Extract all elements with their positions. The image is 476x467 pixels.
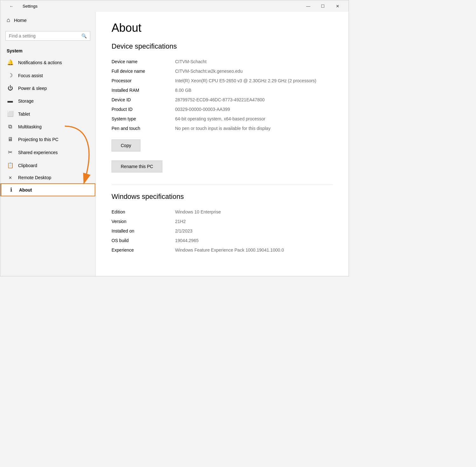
tablet-icon: ⬜ xyxy=(7,111,14,117)
back-button[interactable]: ← xyxy=(4,1,19,11)
sidebar-item-label: Multitasking xyxy=(18,124,42,129)
sidebar-section-title: System xyxy=(0,46,95,56)
table-row: Product ID 00329-00000-00003-AA399 xyxy=(112,105,333,114)
divider xyxy=(112,185,333,185)
spec-value: 8.00 GB xyxy=(175,85,333,95)
spec-value: Windows Feature Experience Pack 1000.190… xyxy=(175,245,333,255)
spec-value: 64-bit operating system, x64-based proce… xyxy=(175,114,333,124)
search-input[interactable] xyxy=(9,33,79,38)
minimize-button[interactable]: — xyxy=(301,1,316,11)
home-icon: ⌂ xyxy=(7,17,10,24)
sidebar-item-remote[interactable]: ✕ Remote Desktop xyxy=(0,172,95,183)
table-row: OS build 19044.2965 xyxy=(112,236,333,245)
spec-label: Pen and touch xyxy=(112,124,175,133)
spec-value: Windows 10 Enterprise xyxy=(175,207,333,217)
power-icon: ⏻ xyxy=(7,85,14,91)
spec-label: Device ID xyxy=(112,95,175,105)
spec-value: CITVM-Schacht.w2k.geneseo.edu xyxy=(175,66,333,76)
projecting-icon: 🖥 xyxy=(7,136,14,143)
spec-label: Experience xyxy=(112,245,175,255)
notifications-icon: 🔔 xyxy=(7,59,14,66)
sidebar-item-focus[interactable]: ☽ Focus assist xyxy=(0,69,95,82)
spec-value: No pen or touch input is available for t… xyxy=(175,124,333,133)
sidebar-item-tablet[interactable]: ⬜ Tablet xyxy=(0,107,95,120)
windows-specs-table: Edition Windows 10 Enterprise Version 21… xyxy=(112,207,333,255)
main-content: About Device specifications Device name … xyxy=(96,12,349,276)
sidebar-item-label: Shared experiences xyxy=(18,150,58,155)
sidebar-item-storage[interactable]: ▬ Storage xyxy=(0,95,95,107)
sidebar-item-projecting[interactable]: 🖥 Projecting to this PC xyxy=(0,133,95,146)
title-bar-title: Settings xyxy=(23,4,37,9)
table-row: Device ID 28799752-ECD9-46DC-8773-49221E… xyxy=(112,95,333,105)
clipboard-icon: 📋 xyxy=(7,162,14,169)
table-row: Installed on 2/1/2023 xyxy=(112,226,333,236)
title-bar: ← Settings — ☐ ✕ xyxy=(0,0,349,12)
window-controls: — ☐ ✕ xyxy=(301,1,345,11)
multitasking-icon: ⧉ xyxy=(7,124,14,130)
close-button[interactable]: ✕ xyxy=(330,1,345,11)
spec-label: Edition xyxy=(112,207,175,217)
sidebar-item-about[interactable]: ℹ About xyxy=(0,183,95,196)
spec-value: 00329-00000-00003-AA399 xyxy=(175,105,333,114)
device-specs-table: Device name CITVM-Schacht Full device na… xyxy=(112,57,333,133)
spec-label: Processor xyxy=(112,76,175,85)
spec-label: OS build xyxy=(112,236,175,245)
search-icon: 🔍 xyxy=(81,33,87,38)
sidebar-item-clipboard[interactable]: 📋 Clipboard xyxy=(0,159,95,172)
spec-label: Version xyxy=(112,217,175,226)
maximize-button[interactable]: ☐ xyxy=(316,1,330,11)
shared-icon: ✂ xyxy=(7,149,14,156)
sidebar-item-label: Power & sleep xyxy=(18,86,47,91)
table-row: Pen and touch No pen or touch input is a… xyxy=(112,124,333,133)
home-label: Home xyxy=(14,17,27,23)
spec-label: Installed on xyxy=(112,226,175,236)
windows-section-title: Windows specifications xyxy=(112,193,333,201)
rename-pc-button[interactable]: Rename this PC xyxy=(112,160,162,173)
spec-label: Full device name xyxy=(112,66,175,76)
sidebar-item-label: Remote Desktop xyxy=(18,175,51,180)
sidebar-item-notifications[interactable]: 🔔 Notifications & actions xyxy=(0,56,95,69)
copy-button[interactable]: Copy xyxy=(112,139,140,152)
spec-value: CITVM-Schacht xyxy=(175,57,333,66)
table-row: Edition Windows 10 Enterprise xyxy=(112,207,333,217)
spec-label: System type xyxy=(112,114,175,124)
sidebar-item-label: Storage xyxy=(18,98,34,104)
sidebar-item-label: Tablet xyxy=(18,112,30,117)
sidebar-item-label: Projecting to this PC xyxy=(18,137,58,142)
spec-label: Product ID xyxy=(112,105,175,114)
app-body: ⌂ Home 🔍 System 🔔 Notifications & action… xyxy=(0,12,349,276)
page-title: About xyxy=(112,21,333,35)
spec-value: 21H2 xyxy=(175,217,333,226)
sidebar-item-home[interactable]: ⌂ Home xyxy=(0,12,95,29)
table-row: Device name CITVM-Schacht xyxy=(112,57,333,66)
storage-icon: ▬ xyxy=(7,98,14,104)
sidebar-item-label: About xyxy=(19,187,32,193)
spec-value: 2/1/2023 xyxy=(175,226,333,236)
table-row: Version 21H2 xyxy=(112,217,333,226)
table-row: System type 64-bit operating system, x64… xyxy=(112,114,333,124)
sidebar-search-box[interactable]: 🔍 xyxy=(5,31,90,41)
remote-icon: ✕ xyxy=(7,175,14,180)
sidebar-item-multitasking[interactable]: ⧉ Multitasking xyxy=(0,120,95,133)
table-row: Installed RAM 8.00 GB xyxy=(112,85,333,95)
spec-value: 28799752-ECD9-46DC-8773-49221EA47800 xyxy=(175,95,333,105)
spec-label: Device name xyxy=(112,57,175,66)
spec-label: Installed RAM xyxy=(112,85,175,95)
sidebar-item-label: Focus assist xyxy=(18,73,43,78)
spec-value: Intel(R) Xeon(R) CPU E5-2650 v3 @ 2.30GH… xyxy=(175,76,333,85)
table-row: Processor Intel(R) Xeon(R) CPU E5-2650 v… xyxy=(112,76,333,85)
about-icon: ℹ xyxy=(8,186,15,193)
sidebar-item-shared[interactable]: ✂ Shared experiences xyxy=(0,146,95,159)
focus-icon: ☽ xyxy=(7,72,14,79)
table-row: Full device name CITVM-Schacht.w2k.genes… xyxy=(112,66,333,76)
device-section-title: Device specifications xyxy=(112,42,333,51)
sidebar-item-label: Clipboard xyxy=(18,163,37,168)
sidebar: ⌂ Home 🔍 System 🔔 Notifications & action… xyxy=(0,12,96,276)
spec-value: 19044.2965 xyxy=(175,236,333,245)
sidebar-item-label: Notifications & actions xyxy=(18,60,62,65)
table-row: Experience Windows Feature Experience Pa… xyxy=(112,245,333,255)
sidebar-item-power[interactable]: ⏻ Power & sleep xyxy=(0,82,95,95)
